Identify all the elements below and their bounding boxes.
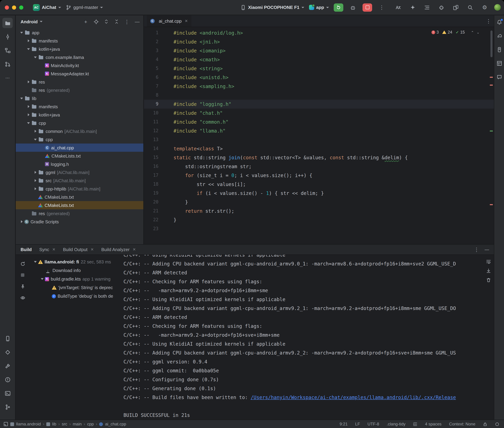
tree-item[interactable]: com.example.llama xyxy=(16,53,143,61)
notifications-icon[interactable] xyxy=(495,18,504,27)
line-number[interactable]: 23 xyxy=(144,224,158,233)
tree-item[interactable]: Gradle Scripts xyxy=(16,217,143,226)
chevron-right-icon[interactable] xyxy=(33,178,38,183)
editor-tab-options-icon[interactable]: ⋮ xyxy=(486,18,491,24)
line-number[interactable]: 13 xyxy=(144,135,158,144)
tree-item[interactable]: manifests xyxy=(16,37,143,45)
line-number[interactable]: 21 xyxy=(144,206,158,215)
tab-build-analyzer[interactable]: Build Analyzer✕ xyxy=(101,247,136,252)
tree-item[interactable]: cpp xyxy=(16,135,143,144)
close-icon[interactable]: ✕ xyxy=(185,19,188,23)
line-number[interactable]: 5 xyxy=(144,64,158,73)
build-panel-title[interactable]: Build xyxy=(21,247,32,252)
minimize-button[interactable] xyxy=(12,5,16,9)
chevron-right-icon[interactable] xyxy=(33,129,38,134)
line-number[interactable]: 11 xyxy=(144,117,158,126)
breadcrumb-item[interactable]: llama.android xyxy=(16,422,41,427)
editor-tab-ai-chat-cpp[interactable]: ai_chat.cpp ✕ xyxy=(147,16,191,27)
chevron-right-icon[interactable] xyxy=(19,219,24,224)
project-tool-icon[interactable] xyxy=(2,18,13,28)
structure-tool-icon[interactable] xyxy=(2,45,13,56)
build-tool-icon[interactable] xyxy=(2,361,13,371)
tool-windows-icon[interactable] xyxy=(3,422,8,427)
terminal-icon[interactable] xyxy=(2,388,13,398)
chevron-down-icon[interactable] xyxy=(33,137,38,142)
tree-item[interactable]: MainActivity.kt xyxy=(16,61,143,70)
project-view-selector[interactable]: Android xyxy=(21,19,38,24)
filter-icon[interactable] xyxy=(18,294,27,302)
indent-size[interactable]: 4 spaces xyxy=(425,422,442,427)
project-panel-options-icon[interactable]: ⋮ xyxy=(123,18,130,25)
chevron-down-icon[interactable] xyxy=(33,259,38,264)
chevron-right-icon[interactable] xyxy=(33,186,38,191)
add-icon[interactable]: + xyxy=(82,18,89,25)
chevron-down-icon[interactable] xyxy=(40,20,43,23)
tree-item[interactable]: cpp xyxy=(16,119,143,127)
line-ending[interactable]: LF xyxy=(355,422,360,427)
console-link[interactable]: /Users/hanyin/Workspace/ai-chat/examples… xyxy=(251,395,456,400)
error-stripe-mark[interactable] xyxy=(490,131,493,132)
project-tree[interactable]: appmanifestskotlin+javacom.example.llama… xyxy=(16,28,143,226)
debug-button[interactable] xyxy=(348,3,358,12)
chevron-up-icon[interactable]: ⌃ xyxy=(471,30,474,34)
line-number[interactable]: 15 xyxy=(144,153,158,162)
error-stripe-mark[interactable] xyxy=(490,77,493,78)
line-number[interactable]: 2 xyxy=(144,37,158,46)
line-number[interactable]: 18 xyxy=(144,180,158,189)
code-area[interactable]: 1#include <android/log.h>2#include <jni.… xyxy=(144,27,494,233)
tree-item[interactable]: res xyxy=(16,78,143,86)
breadcrumb-item[interactable]: cpp xyxy=(87,422,94,427)
tree-item[interactable]: common[AiChat.lib.main] xyxy=(16,127,143,135)
close-button[interactable] xyxy=(5,5,9,9)
pull-requests-tool-icon[interactable] xyxy=(2,59,13,69)
build-tree-item[interactable]: build.gradle.ktsapp 1 warning xyxy=(29,275,123,283)
clear-icon[interactable] xyxy=(486,278,491,283)
chevron-down-icon[interactable] xyxy=(19,30,24,35)
chevron-down-icon[interactable] xyxy=(26,46,31,51)
tree-item[interactable]: kotlin+java xyxy=(16,111,143,119)
tree-item[interactable]: logging.h xyxy=(16,160,143,168)
caret-position[interactable]: 9:21 xyxy=(340,422,348,427)
breadcrumb-item[interactable]: lib xyxy=(52,422,56,427)
device-mirror-icon[interactable] xyxy=(451,3,461,12)
tree-item[interactable]: res(generated) xyxy=(16,209,143,217)
user-avatar[interactable] xyxy=(494,4,501,11)
tree-item[interactable]: ai_chat.cpp xyxy=(16,144,143,152)
tree-item[interactable]: ggml[AiChat.lib.main] xyxy=(16,168,143,176)
chevron-down-icon[interactable] xyxy=(26,120,31,125)
line-number[interactable]: 9 xyxy=(144,100,158,109)
vcs-branch-widget[interactable]: ggml-master xyxy=(66,5,103,10)
context-widget[interactable]: Context: None xyxy=(449,422,475,427)
chevron-right-icon[interactable] xyxy=(33,170,38,175)
translate-icon[interactable] xyxy=(393,3,403,12)
run-configuration-selector[interactable]: app xyxy=(309,5,329,10)
layout-inspector-icon[interactable] xyxy=(495,59,504,68)
line-number[interactable]: 16 xyxy=(144,162,158,171)
commit-tool-icon[interactable] xyxy=(2,32,13,42)
line-number[interactable]: 3 xyxy=(144,46,158,55)
zoom-button[interactable] xyxy=(19,5,23,9)
build-tree-item[interactable]: Download info xyxy=(29,266,123,275)
build-console[interactable]: C/C++: -- Using KleidiAI optimized kerne… xyxy=(123,255,479,420)
tree-item[interactable]: manifests xyxy=(16,102,143,111)
sync-icon[interactable] xyxy=(18,260,27,268)
file-encoding[interactable]: UTF-8 xyxy=(367,422,379,427)
pin-icon[interactable] xyxy=(18,282,27,290)
breadcrumb-item[interactable]: ai_chat.cpp xyxy=(105,422,126,427)
lock-icon[interactable] xyxy=(483,422,487,426)
app-insights-icon[interactable] xyxy=(495,73,504,82)
breadcrumb-item[interactable]: main xyxy=(73,422,82,427)
chevron-right-icon[interactable] xyxy=(26,79,31,84)
breadcrumb-item[interactable]: src xyxy=(62,422,67,427)
device-selector[interactable]: Xiaomi POCOPHONE F1 xyxy=(241,5,304,10)
chevron-right-icon[interactable] xyxy=(26,38,31,43)
running-devices-icon[interactable] xyxy=(2,333,13,344)
structure-view-icon[interactable] xyxy=(422,3,432,12)
gemini-icon[interactable] xyxy=(408,3,417,12)
expand-all-icon[interactable] xyxy=(103,18,110,25)
version-control-icon[interactable] xyxy=(2,402,13,412)
line-number[interactable]: 22 xyxy=(144,215,158,224)
line-number[interactable]: 10 xyxy=(144,109,158,117)
hide-panel-icon[interactable]: — xyxy=(485,247,489,252)
search-everywhere-icon[interactable] xyxy=(465,3,475,12)
